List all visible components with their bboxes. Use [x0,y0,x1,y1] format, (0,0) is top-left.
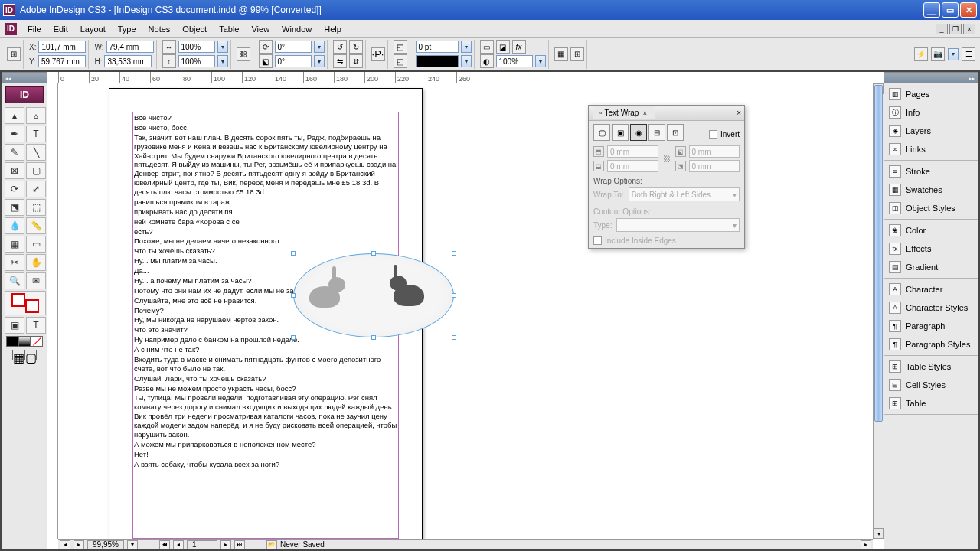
handle-icon[interactable] [452,335,456,340]
panel-table-styles[interactable]: ⊞Table Styles [884,357,978,376]
horizontal-ruler[interactable]: 020406080100120140160180200220240260 [58,72,873,83]
fx-icon[interactable]: fx [512,40,526,54]
wrap-none-icon[interactable]: ▢ [593,124,610,141]
handle-icon[interactable] [291,293,296,298]
panel-info[interactable]: ⓘInfo [884,103,978,122]
wrap-jump-next-icon[interactable]: ⊡ [667,124,684,141]
panel-object-styles[interactable]: ◫Object Styles [884,199,978,217]
scissors-tool[interactable]: ✂ [5,254,24,271]
offset-left-field[interactable]: 0 mm [689,145,740,158]
app-menu-icon[interactable]: ID [5,23,17,35]
drop-shadow-icon[interactable]: ◪ [496,40,510,54]
panel-character[interactable]: ACharacter [884,280,978,298]
wrap-jump-icon[interactable]: ⊟ [648,124,665,141]
wrap-bounding-icon[interactable]: ▣ [612,124,629,141]
menu-layout[interactable]: Layout [74,22,112,36]
scroll-right-icon[interactable]: ▸ [74,540,84,549]
menu-table[interactable]: Table [213,22,245,36]
zoom-level[interactable]: 99,95% [87,540,124,549]
eyedropper-tool[interactable]: 💧 [5,217,24,234]
pasteboard[interactable]: Всё чисто?Всё чисто, босс.Так, значит, в… [58,83,873,539]
opacity-field[interactable]: 100% [496,55,533,67]
panel-effects[interactable]: fxEffects [884,240,978,258]
panel-close-icon[interactable]: × [733,109,744,117]
panel-links[interactable]: ∞Links [884,140,978,158]
quick-apply-icon[interactable]: ⚡ [914,47,928,61]
apply-none[interactable] [31,336,43,347]
rotate-field[interactable]: 0° [275,41,312,53]
panel-cell-styles[interactable]: ⊟Cell Styles [884,376,978,394]
scale-tool[interactable]: ⤢ [26,181,46,197]
panel-paragraph-styles[interactable]: ¶Paragraph Styles [884,335,978,354]
page-number[interactable]: 1 [187,540,217,549]
view-mode-normal[interactable]: ▦ [12,350,24,360]
fill-stroke-tool[interactable] [5,291,46,315]
effects-icon[interactable]: ▭ [480,40,494,54]
wrap-to-select[interactable]: Both Right & Left Sides▾ [629,187,740,201]
panel-paragraph[interactable]: ¶Paragraph [884,317,978,335]
panel-table[interactable]: ⊞Table [884,394,978,412]
zoom-tool[interactable]: 🔍 [5,272,24,289]
offset-bottom-field[interactable]: 0 mm [607,160,658,172]
h-field[interactable]: 33,533 mm [104,55,152,67]
menu-window[interactable]: Window [276,22,318,36]
measure-tool[interactable]: 📏 [26,217,46,234]
apply-color[interactable] [6,336,18,347]
contour-type-select[interactable]: ▾ [616,218,740,232]
note-tool[interactable]: ✉ [26,272,46,289]
select-content-icon[interactable]: ◱ [394,54,407,68]
bridge-icon[interactable]: 📷 [931,47,945,61]
tab-close-icon[interactable]: × [641,109,648,117]
panel-pages[interactable]: ▥Pages [884,85,978,103]
menu-edit[interactable]: Edit [47,22,74,36]
scale-x-field[interactable]: 100% [178,41,215,53]
panel-titlebar[interactable]: ◦ Text Wrap × × [589,106,744,121]
tools-collapse[interactable] [2,73,47,83]
mdi-minimize-button[interactable]: _ [936,24,948,34]
last-page-icon[interactable]: ⏭ [234,540,245,549]
menu-view[interactable]: View [245,22,276,36]
handle-icon[interactable] [291,251,296,256]
mdi-close-button[interactable]: × [963,24,975,34]
scroll-down-icon[interactable]: ▾ [874,528,884,539]
panel-stroke[interactable]: ≡Stroke [884,162,978,181]
maximize-button[interactable]: ▭ [942,2,959,18]
handle-icon[interactable] [291,335,296,340]
menu-help[interactable]: Help [318,22,348,36]
prev-page-icon[interactable]: ◂ [173,540,184,549]
vertical-ruler[interactable] [47,83,58,539]
formatting-container-icon[interactable]: ▣ [5,317,24,334]
open-icon[interactable]: 📂 [266,540,277,549]
scale-y-field[interactable]: 100% [178,55,215,67]
shear-field[interactable]: 0° [275,55,312,67]
menu-notes[interactable]: Notes [142,22,177,36]
direct-selection-tool[interactable]: ▵ [26,107,46,124]
mdi-restore-button[interactable]: ❐ [949,24,962,34]
free-transform-tool[interactable]: ⬚ [26,199,46,216]
dock-collapse[interactable] [884,73,978,83]
w-field[interactable]: 79,4 mm [106,41,154,53]
handle-icon[interactable] [452,293,456,298]
stroke-style-field[interactable] [416,55,459,67]
p-icon[interactable]: ·P· [371,47,385,61]
menu-file[interactable]: File [21,22,47,36]
hand-tool[interactable]: ✋ [26,254,46,271]
invert-checkbox[interactable] [709,130,717,139]
textwrap-btn-2[interactable]: ⊞ [570,47,584,61]
next-page-icon[interactable]: ▸ [220,540,231,549]
panel-color[interactable]: ❀Color [884,221,978,240]
rotate-cw-icon[interactable]: ↻ [349,40,363,54]
selected-image-object[interactable] [293,253,454,337]
view-mode-preview[interactable]: ▢ [24,350,37,360]
offset-right-field[interactable]: 0 mm [689,160,740,172]
select-container-icon[interactable]: ◰ [394,40,407,54]
menu-type[interactable]: Type [112,22,142,36]
chain-icon[interactable]: ⛓ [662,155,672,163]
apply-gradient[interactable] [18,336,31,347]
text-wrap-panel[interactable]: ◦ Text Wrap × × ▢ ▣ ◉ ⊟ ⊡ Invert ⬒0 mm ⛓… [588,105,745,249]
type-tool[interactable]: T [26,126,46,142]
flip-v-icon[interactable]: ⇵ [349,54,363,68]
y-field[interactable]: 59,767 mm [38,55,86,67]
scroll-left-icon[interactable]: ◂ [60,540,70,549]
rotate-ccw-icon[interactable]: ↺ [333,40,347,54]
